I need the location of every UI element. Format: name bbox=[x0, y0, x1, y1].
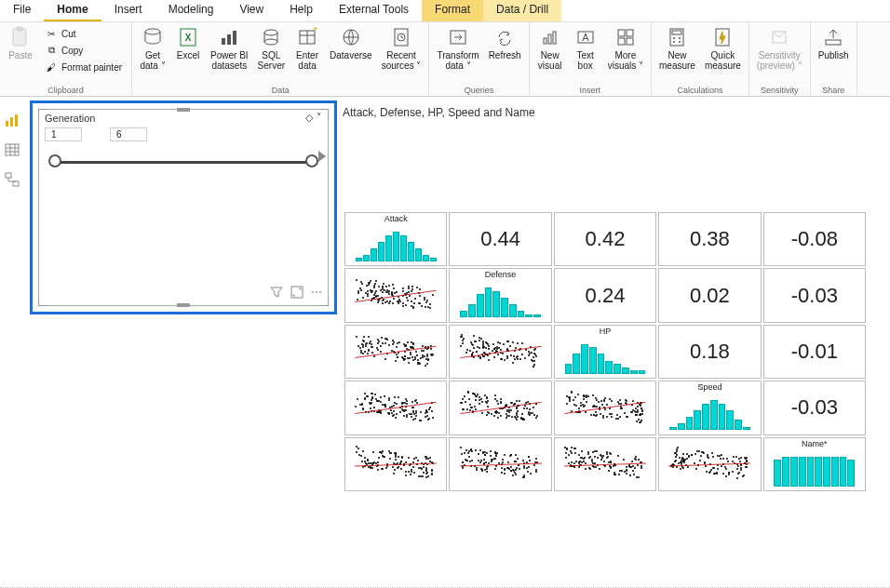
tab-external-tools[interactable]: External Tools bbox=[326, 0, 422, 21]
pbi-datasets-button[interactable]: Power BI datasets bbox=[207, 24, 252, 73]
copy-button[interactable]: ⧉ Copy bbox=[43, 43, 124, 58]
format-painter-label: Format painter bbox=[61, 62, 122, 73]
scatter-name-defense bbox=[449, 437, 551, 491]
quick-measure-icon bbox=[711, 26, 734, 48]
dataverse-icon bbox=[340, 26, 362, 48]
slider-handle-min[interactable] bbox=[48, 154, 61, 167]
slicer-title: Generation bbox=[45, 113, 95, 124]
svg-point-32 bbox=[679, 41, 681, 43]
new-measure-label: New measure bbox=[659, 50, 695, 71]
svg-text:X: X bbox=[185, 33, 192, 43]
svg-point-29 bbox=[673, 37, 675, 39]
pbi-datasets-icon bbox=[218, 26, 240, 48]
cut-label: Cut bbox=[61, 29, 76, 39]
corr-defense-speed: 0.02 bbox=[658, 268, 761, 322]
svg-rect-23 bbox=[618, 30, 625, 36]
group-label-share: Share bbox=[815, 86, 853, 96]
refresh-button[interactable]: Refresh bbox=[485, 24, 525, 62]
group-label-data: Data bbox=[136, 86, 425, 96]
format-painter-button[interactable]: 🖌 Format painter bbox=[43, 60, 124, 74]
hist-label: Defense bbox=[450, 270, 550, 279]
quick-measure-label: Quick measure bbox=[705, 50, 741, 71]
tab-data-drill[interactable]: Data / Drill bbox=[483, 0, 561, 21]
hist-hp: HP bbox=[554, 325, 656, 379]
more-visuals-button[interactable]: More visuals ˅ bbox=[604, 24, 647, 73]
ribbon-group-share: Publish Share bbox=[811, 22, 857, 96]
tab-modeling[interactable]: Modeling bbox=[155, 0, 227, 21]
tab-help[interactable]: Help bbox=[276, 0, 326, 21]
enter-data-button[interactable]: + Enter data bbox=[290, 24, 324, 73]
cut-button[interactable]: ✂ Cut bbox=[43, 26, 124, 41]
get-data-button[interactable]: Get data ˅ bbox=[136, 24, 169, 73]
slicer-visual[interactable]: Generation ◇ ˅ 1 6 ⋯ bbox=[30, 100, 337, 314]
scatter-name-attack bbox=[344, 437, 447, 491]
filter-icon[interactable] bbox=[270, 286, 283, 301]
transform-icon bbox=[447, 26, 469, 48]
slicer-min-input[interactable]: 1 bbox=[45, 127, 82, 141]
more-visuals-label: More visuals ˅ bbox=[608, 50, 643, 71]
new-measure-button[interactable]: New measure bbox=[655, 24, 699, 73]
hist-attack: Attack bbox=[344, 212, 447, 266]
recent-icon bbox=[390, 26, 412, 48]
corr-hp-name: -0.01 bbox=[763, 325, 866, 379]
enter-data-label: Enter data bbox=[296, 50, 318, 71]
tab-insert[interactable]: Insert bbox=[101, 0, 155, 21]
tab-home[interactable]: Home bbox=[44, 0, 101, 21]
new-visual-button[interactable]: New visual bbox=[533, 24, 567, 73]
tab-format[interactable]: Format bbox=[422, 0, 483, 21]
slicer-slider[interactable] bbox=[48, 153, 318, 171]
report-canvas[interactable]: Generation ◇ ˅ 1 6 ⋯ Attack, D bbox=[0, 97, 890, 588]
sql-server-button[interactable]: SQL Server bbox=[254, 24, 289, 73]
scissors-icon: ✂ bbox=[45, 27, 58, 40]
svg-rect-1 bbox=[17, 27, 22, 31]
correlogram-visual[interactable]: Attack0.440.420.38-0.08Defense0.240.02-0… bbox=[344, 212, 866, 491]
copy-label: Copy bbox=[61, 46, 83, 56]
svg-point-9 bbox=[264, 39, 277, 45]
eraser-icon[interactable]: ◇ bbox=[305, 112, 313, 124]
svg-point-8 bbox=[264, 30, 277, 35]
focus-mode-icon[interactable] bbox=[290, 286, 303, 301]
svg-point-2 bbox=[145, 29, 160, 34]
refresh-icon bbox=[493, 26, 516, 48]
copy-icon: ⧉ bbox=[45, 44, 58, 57]
get-data-label: Get data ˅ bbox=[140, 50, 165, 71]
hist-name: Name* bbox=[763, 437, 866, 491]
publish-button[interactable]: Publish bbox=[815, 24, 853, 62]
ribbon-group-data: Get data ˅ X Excel Power BI datasets SQL… bbox=[132, 22, 429, 96]
tab-view[interactable]: View bbox=[226, 0, 276, 21]
corr-attack-speed: 0.38 bbox=[658, 212, 761, 266]
new-visual-label: New visual bbox=[538, 50, 562, 71]
paste-label: Paste bbox=[8, 50, 33, 60]
publish-label: Publish bbox=[818, 50, 849, 60]
quick-measure-button[interactable]: Quick measure bbox=[701, 24, 745, 73]
recent-sources-button[interactable]: Recent sources ˅ bbox=[378, 24, 425, 73]
sql-icon bbox=[260, 26, 282, 48]
textbox-label: Text box bbox=[576, 50, 593, 71]
pbi-datasets-label: Power BI datasets bbox=[210, 50, 249, 71]
corr-attack-name: -0.08 bbox=[763, 212, 866, 266]
textbox-icon: A bbox=[574, 26, 597, 48]
dataverse-button[interactable]: Dataverse bbox=[326, 24, 376, 62]
slicer-max-input[interactable]: 6 bbox=[110, 127, 147, 141]
group-label-queries: Queries bbox=[433, 86, 524, 96]
tab-file[interactable]: File bbox=[0, 0, 44, 21]
svg-rect-19 bbox=[548, 34, 551, 44]
slider-handle-max[interactable] bbox=[305, 154, 318, 167]
svg-point-31 bbox=[673, 41, 675, 43]
svg-point-30 bbox=[679, 37, 681, 39]
sensitivity-label: Sensitivity (preview) ˅ bbox=[757, 50, 802, 71]
calculator-icon bbox=[666, 26, 688, 48]
scatter-name-speed bbox=[658, 437, 761, 491]
more-options-icon[interactable]: ⋯ bbox=[311, 286, 322, 301]
new-visual-icon bbox=[539, 26, 561, 48]
data-view-icon[interactable] bbox=[4, 141, 20, 158]
report-view-icon[interactable] bbox=[4, 112, 20, 128]
scatter-speed-attack bbox=[344, 381, 447, 434]
transform-label: Transform data ˅ bbox=[437, 50, 479, 71]
chart-title: Attack, Defense, HP, Speed and Name bbox=[343, 106, 535, 119]
text-box-button[interactable]: A Text box bbox=[569, 24, 602, 73]
model-view-icon[interactable] bbox=[4, 171, 20, 188]
excel-button[interactable]: X Excel bbox=[171, 24, 205, 62]
transform-data-button[interactable]: Transform data ˅ bbox=[433, 24, 482, 73]
svg-rect-39 bbox=[6, 144, 19, 155]
